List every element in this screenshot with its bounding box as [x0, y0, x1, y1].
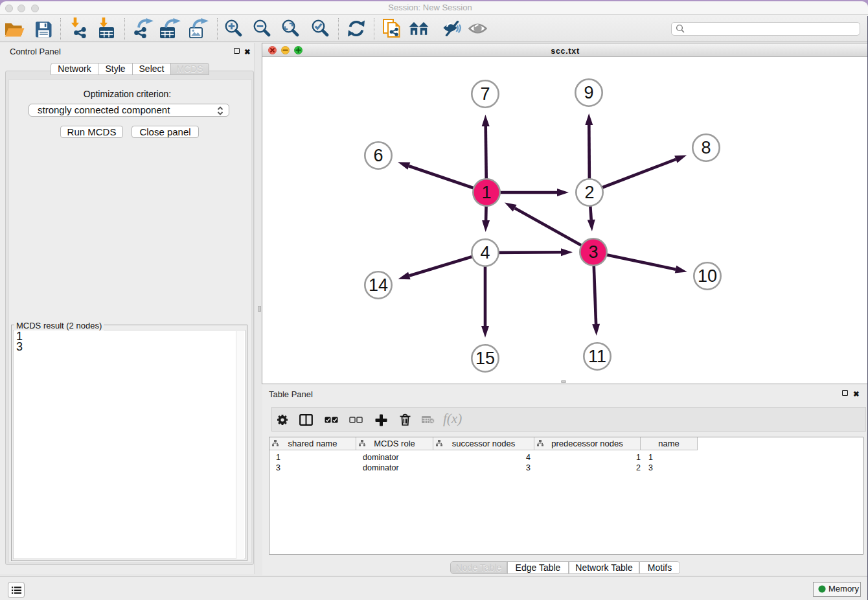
svg-text:6: 6 — [373, 146, 383, 165]
svg-text:2: 2 — [584, 183, 594, 202]
svg-text:1: 1 — [481, 183, 491, 202]
svg-text:10: 10 — [698, 266, 717, 286]
svg-text:9: 9 — [584, 83, 593, 102]
svg-text:8: 8 — [701, 138, 711, 157]
svg-text:7: 7 — [480, 84, 490, 104]
svg-text:4: 4 — [480, 243, 490, 262]
svg-text:14: 14 — [369, 275, 388, 295]
svg-text:3: 3 — [588, 242, 598, 262]
svg-text:11: 11 — [588, 347, 606, 366]
svg-text:15: 15 — [475, 349, 495, 368]
